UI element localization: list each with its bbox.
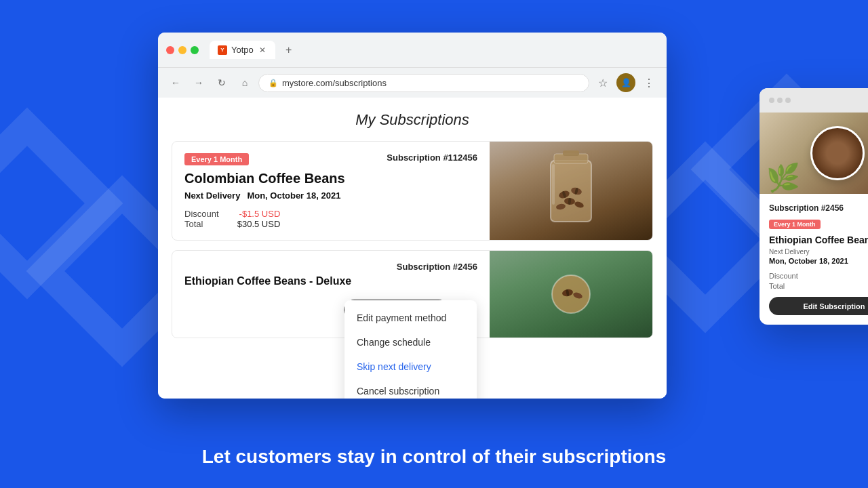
forward-button[interactable]: → — [189, 73, 208, 92]
next-delivery-label: Next Delivery — [184, 190, 240, 201]
phone-edit-btn-label: Edit Subscription — [803, 302, 865, 310]
dropdown-menu: Edit payment method Change schedule Skip… — [344, 300, 477, 399]
tagline: Let customers stay in control of their s… — [0, 446, 868, 468]
back-button[interactable]: ← — [166, 73, 185, 92]
discount-label: Discount — [184, 209, 219, 219]
subscription-2-product: Ethiopian Coffee Beans - Deluxe — [184, 275, 477, 287]
phone-dot-1 — [769, 98, 774, 103]
browser-nav: ← → ↻ ⌂ 🔒 mystore.com/subscriptions ☆ 👤 … — [158, 68, 667, 98]
svg-rect-11 — [552, 164, 555, 205]
phone-dot-2 — [777, 98, 783, 103]
browser-menu-button[interactable]: ⋮ — [639, 73, 658, 92]
phone-edit-subscription-button[interactable]: Edit Subscription ▾ — [769, 297, 868, 315]
svg-rect-2 — [563, 150, 579, 156]
subscription-1-next-delivery: Next Delivery Mon, October 18, 2021 — [184, 190, 477, 201]
phone-dots — [769, 98, 791, 103]
phone-badge: Every 1 Month — [769, 220, 821, 229]
refresh-button[interactable]: ↻ — [212, 73, 231, 92]
tab-favicon: Y — [218, 45, 227, 55]
phone-dot-3 — [785, 98, 791, 103]
svg-rect-0 — [551, 161, 591, 222]
profile-avatar[interactable]: 👤 — [616, 73, 635, 92]
browser-chrome: Y Yotpo ✕ + — [158, 33, 667, 68]
tab-label: Yotpo — [231, 45, 254, 55]
subscription-1-product: Colombian Coffee Beans — [184, 171, 477, 186]
phone-discount-label: Discount — [769, 272, 798, 280]
address-bar[interactable]: 🔒 mystore.com/subscriptions — [258, 74, 589, 92]
phone-next-delivery-date: Mon, October 18, 2021 — [769, 257, 868, 265]
phone-pricing-total-row: Total $30.5 USD — [769, 282, 868, 290]
total-value: $30.5 USD — [237, 219, 281, 229]
traffic-lights — [166, 46, 199, 54]
plant-decoration: 🌿 — [766, 162, 800, 194]
discount-value: -$1.5 USD — [239, 209, 281, 219]
browser-tab[interactable]: Y Yotpo ✕ — [210, 41, 275, 59]
home-button[interactable]: ⌂ — [235, 73, 254, 92]
dropdown-edit-payment[interactable]: Edit payment method — [344, 306, 477, 330]
dropdown-change-schedule[interactable]: Change schedule — [344, 330, 477, 354]
minimize-button-tl[interactable] — [178, 46, 186, 54]
subscription-2-number: Subscription #2456 — [397, 262, 477, 272]
coffee-image-2 — [490, 251, 652, 338]
card-footer-1: Discount -$1.5 USD Total $30.5 USD — [184, 209, 477, 229]
subscription-1-number: Subscription #112456 — [387, 152, 477, 163]
tab-close-button[interactable]: ✕ — [258, 45, 267, 55]
page-title: My Subscriptions — [172, 111, 653, 129]
phone-pricing-discount-row: Discount -$1.5 USD — [769, 272, 868, 280]
coffee-bowl-image — [810, 126, 865, 180]
new-tab-button[interactable]: + — [281, 42, 297, 58]
maximize-button-tl[interactable] — [191, 46, 199, 54]
subscription-card-1: Every 1 Month Subscription #112456 Colom… — [172, 141, 653, 241]
phone-hero: 🌿 — [760, 113, 868, 194]
browser-window: Y Yotpo ✕ + ← → ↻ ⌂ 🔒 mystore.com/subscr… — [158, 33, 667, 399]
total-label: Total — [184, 219, 203, 229]
lock-icon: 🔒 — [269, 79, 278, 87]
pricing-1: Discount -$1.5 USD Total $30.5 USD — [184, 209, 280, 229]
subscription-1-badge: Every 1 Month — [184, 153, 249, 165]
bookmark-button[interactable]: ☆ — [593, 73, 612, 92]
next-delivery-date: Mon, October 18, 2021 — [247, 190, 340, 201]
phone-total-label: Total — [769, 282, 785, 290]
phone-product-name: Ethiopian Coffee Beans — [769, 235, 868, 245]
dropdown-skip-delivery[interactable]: Skip next delivery — [344, 354, 477, 379]
phone-card: Subscription #2456 Every 1 Month Ethiopi… — [760, 194, 868, 325]
phone-sub-number: Subscription #2456 — [769, 203, 868, 213]
card-right-1 — [490, 142, 652, 240]
phone-chrome: ☰ 🔍 — [760, 88, 868, 113]
coffee-image-1 — [490, 142, 652, 240]
phone-next-delivery-label: Next Delivery — [769, 248, 868, 256]
phone-modal: ☰ 🔍 🌿 Subscription #2456 Every 1 Month E… — [760, 88, 868, 325]
card-left-1: Every 1 Month Subscription #112456 Colom… — [172, 142, 490, 240]
card-right-2 — [490, 251, 652, 338]
close-button-tl[interactable] — [166, 46, 174, 54]
url-text: mystore.com/subscriptions — [282, 78, 387, 88]
dropdown-cancel-subscription[interactable]: Cancel subscription — [344, 379, 477, 399]
